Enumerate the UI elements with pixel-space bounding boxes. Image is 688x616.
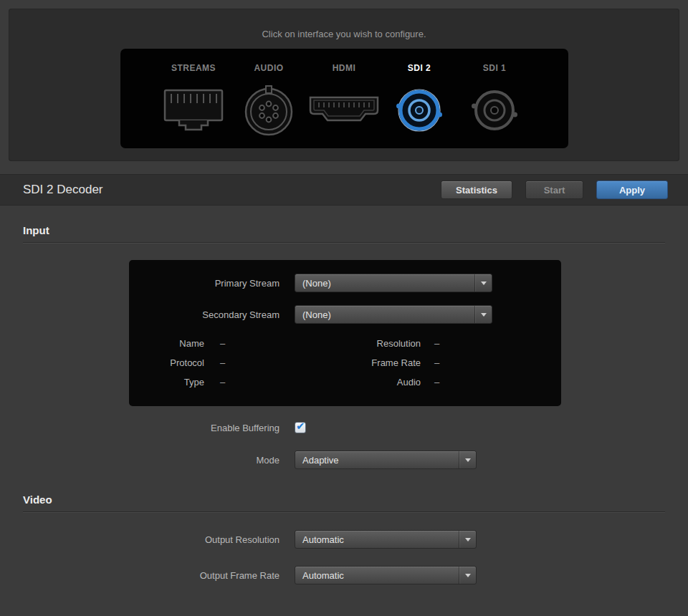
resolution-value: –: [434, 338, 439, 349]
connector-box: STREAMS AUDIO: [120, 49, 568, 148]
interface-sdi2[interactable]: SDI 2: [382, 63, 457, 138]
chevron-down-icon: [474, 274, 492, 292]
enable-buffering-label: Enable Buffering: [23, 423, 280, 433]
audio-label: Audio: [344, 377, 421, 388]
secondary-stream-label: Secondary Stream: [129, 309, 280, 320]
output-resolution-select[interactable]: Automatic: [295, 530, 477, 549]
chevron-down-icon: [459, 567, 476, 584]
decoder-form: Input Primary Stream (None) Secondary St…: [0, 224, 688, 584]
chevron-down-icon: [459, 531, 476, 548]
mode-label: Mode: [23, 455, 280, 466]
primary-stream-value: (None): [302, 278, 331, 289]
mode-row: Mode Adaptive: [23, 451, 665, 469]
interface-selector-panel: Click on interface you wish to configure…: [9, 9, 679, 161]
audio-value: –: [434, 377, 439, 388]
chevron-down-icon: [474, 306, 492, 323]
frame-rate-value: –: [434, 357, 439, 368]
video-section-heading: Video: [23, 494, 665, 506]
interface-audio-label: AUDIO: [254, 63, 283, 73]
primary-stream-label: Primary Stream: [129, 278, 280, 289]
resolution-label: Resolution: [344, 338, 421, 349]
output-frame-rate-select[interactable]: Automatic: [295, 566, 477, 584]
primary-stream-select[interactable]: (None): [295, 274, 492, 292]
bnc-icon: [395, 82, 444, 138]
ethernet-rj45-icon: [161, 82, 226, 138]
type-value: –: [220, 377, 225, 388]
enable-buffering-checkbox[interactable]: [295, 422, 306, 433]
interface-streams[interactable]: STREAMS: [156, 63, 231, 138]
mode-select[interactable]: Adaptive: [295, 451, 477, 469]
hdmi-icon: [305, 82, 383, 138]
start-button[interactable]: Start: [525, 181, 583, 199]
detail-row-2: Protocol – Frame Rate –: [129, 357, 561, 368]
output-resolution-value: Automatic: [302, 534, 344, 545]
detail-row-1: Name – Resolution –: [129, 338, 561, 349]
output-frame-rate-value: Automatic: [302, 570, 344, 581]
audio-din-icon: [242, 82, 296, 138]
bnc-icon: [470, 82, 519, 138]
interface-sdi1-label: SDI 1: [483, 63, 507, 73]
input-section-heading: Input: [23, 224, 665, 236]
interface-hdmi-label: HDMI: [333, 63, 356, 73]
chevron-down-icon: [459, 451, 476, 468]
video-section-divider: [23, 511, 665, 513]
output-resolution-label: Output Resolution: [23, 534, 280, 545]
mode-value: Adaptive: [302, 455, 339, 466]
statistics-button[interactable]: Statistics: [441, 181, 512, 199]
decoder-header-bar: SDI 2 Decoder Statistics Start Apply: [0, 174, 688, 206]
primary-stream-row: Primary Stream (None): [129, 274, 561, 292]
protocol-label: Protocol: [129, 357, 204, 368]
secondary-stream-value: (None): [302, 309, 331, 320]
interface-audio[interactable]: AUDIO: [231, 63, 307, 138]
output-frame-rate-row: Output Frame Rate Automatic: [23, 566, 665, 584]
name-label: Name: [129, 338, 204, 349]
type-label: Type: [129, 377, 204, 388]
interface-hdmi[interactable]: HDMI: [307, 63, 382, 138]
secondary-stream-select[interactable]: (None): [295, 305, 492, 324]
interface-streams-label: STREAMS: [171, 63, 216, 73]
output-resolution-row: Output Resolution Automatic: [23, 530, 665, 549]
secondary-stream-row: Secondary Stream (None): [129, 305, 561, 324]
stream-selection-panel: Primary Stream (None) Secondary Stream (…: [129, 260, 561, 406]
enable-buffering-row: Enable Buffering: [23, 422, 665, 433]
apply-button[interactable]: Apply: [596, 181, 668, 199]
frame-rate-label: Frame Rate: [344, 357, 421, 368]
instruction-text: Click on interface you wish to configure…: [9, 9, 679, 39]
page-title: SDI 2 Decoder: [23, 183, 428, 197]
name-value: –: [220, 338, 225, 349]
interface-sdi2-label: SDI 2: [408, 63, 431, 73]
detail-row-3: Type – Audio –: [129, 377, 561, 388]
interface-sdi1[interactable]: SDI 1: [457, 63, 532, 138]
output-frame-rate-label: Output Frame Rate: [23, 570, 280, 581]
input-section-divider: [23, 242, 665, 244]
protocol-value: –: [220, 357, 225, 368]
